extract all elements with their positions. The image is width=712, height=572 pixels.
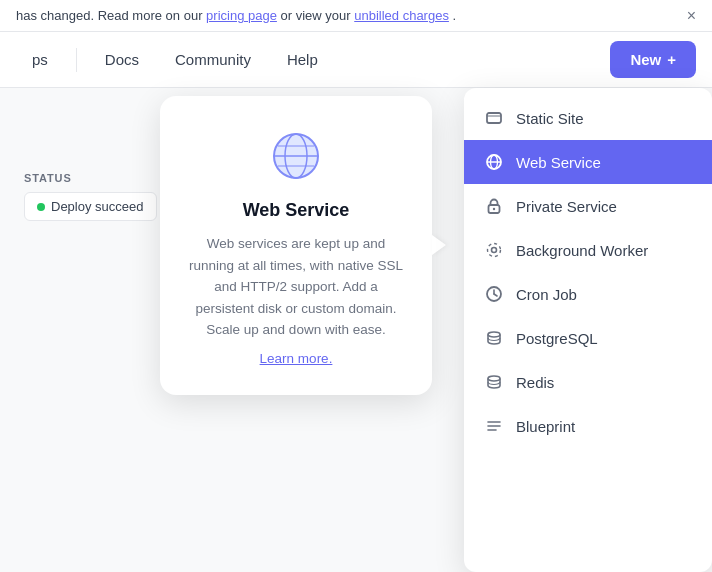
web-service-icon xyxy=(484,152,504,172)
banner-or: or view your xyxy=(281,8,355,23)
status-badge: Deploy succeed xyxy=(24,192,157,221)
redis-label: Redis xyxy=(516,374,554,391)
web-service-label: Web Service xyxy=(516,154,601,171)
banner-message: has changed. Read more on our xyxy=(16,8,206,23)
svg-point-12 xyxy=(493,208,495,210)
plus-icon: + xyxy=(667,51,676,68)
svg-line-17 xyxy=(494,294,497,296)
main-area: STATUS Deploy succeed Web Servi xyxy=(0,88,712,572)
background-worker-label: Background Worker xyxy=(516,242,648,259)
blueprint-icon xyxy=(484,416,504,436)
nav-help[interactable]: Help xyxy=(271,43,334,76)
svg-point-18 xyxy=(488,332,500,337)
dropdown-item-web-service[interactable]: Web Service xyxy=(464,140,712,184)
dropdown-item-redis[interactable]: Redis xyxy=(464,360,712,404)
new-button[interactable]: New + xyxy=(610,41,696,78)
postgresql-icon xyxy=(484,328,504,348)
private-service-label: Private Service xyxy=(516,198,617,215)
svg-point-19 xyxy=(488,376,500,381)
dropdown-item-private-service[interactable]: Private Service xyxy=(464,184,712,228)
static-site-icon xyxy=(484,108,504,128)
nav-community[interactable]: Community xyxy=(159,43,267,76)
unbilled-link[interactable]: unbilled charges xyxy=(354,8,449,23)
nav-separator xyxy=(76,48,77,72)
banner: has changed. Read more on our pricing pa… xyxy=(0,0,712,32)
pricing-link[interactable]: pricing page xyxy=(206,8,277,23)
nav-apps[interactable]: ps xyxy=(16,43,64,76)
tooltip-arrow xyxy=(432,235,446,255)
dropdown-item-cron-job[interactable]: Cron Job xyxy=(464,272,712,316)
banner-text: has changed. Read more on our pricing pa… xyxy=(16,8,675,23)
status-text: Deploy succeed xyxy=(51,199,144,214)
tooltip-learn-more[interactable]: Learn more. xyxy=(260,351,333,366)
status-dot xyxy=(37,203,45,211)
nav-docs[interactable]: Docs xyxy=(89,43,155,76)
svg-point-13 xyxy=(492,248,497,253)
tooltip-description: Web services are kept up and running at … xyxy=(184,233,408,341)
cron-job-label: Cron Job xyxy=(516,286,577,303)
svg-point-14 xyxy=(488,244,501,257)
postgresql-label: PostgreSQL xyxy=(516,330,598,347)
cron-job-icon xyxy=(484,284,504,304)
background-worker-icon xyxy=(484,240,504,260)
new-dropdown-menu: Static SiteWeb ServicePrivate ServiceBac… xyxy=(464,88,712,572)
blueprint-label: Blueprint xyxy=(516,418,575,435)
svg-rect-6 xyxy=(487,113,501,123)
new-button-label: New xyxy=(630,51,661,68)
globe-icon xyxy=(268,128,324,184)
web-service-tooltip: Web Service Web services are kept up and… xyxy=(160,96,432,395)
dropdown-item-background-worker[interactable]: Background Worker xyxy=(464,228,712,272)
nav-links: ps Docs Community Help xyxy=(16,43,610,76)
dropdown-item-postgresql[interactable]: PostgreSQL xyxy=(464,316,712,360)
navbar: ps Docs Community Help New + xyxy=(0,32,712,88)
static-site-label: Static Site xyxy=(516,110,584,127)
redis-icon xyxy=(484,372,504,392)
close-icon[interactable]: × xyxy=(687,7,696,25)
banner-period: . xyxy=(453,8,457,23)
dropdown-item-static-site[interactable]: Static Site xyxy=(464,96,712,140)
private-service-icon xyxy=(484,196,504,216)
dropdown-item-blueprint[interactable]: Blueprint xyxy=(464,404,712,448)
tooltip-title: Web Service xyxy=(184,200,408,221)
